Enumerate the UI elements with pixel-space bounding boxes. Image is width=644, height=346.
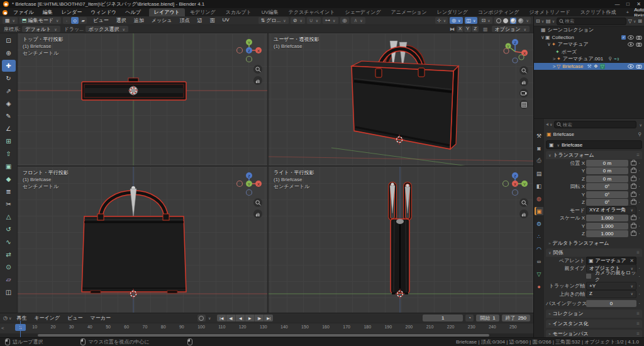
expand-icon[interactable]: ∨ xyxy=(547,42,552,47)
hide-eye-icon[interactable] xyxy=(628,64,634,69)
animate-dot[interactable]: · xyxy=(638,291,641,297)
navigation-gizmo[interactable]: Y X Z xyxy=(235,36,264,65)
viewport-menu-item[interactable]: ビュー xyxy=(89,17,112,24)
tool-button-knife[interactable]: ✂ xyxy=(2,198,16,210)
tool-button-bevel[interactable]: ◆ xyxy=(2,173,16,185)
viewport-options-button[interactable]: ⊡∨ xyxy=(479,17,492,24)
workspace-tab[interactable]: UV編集 xyxy=(257,8,284,16)
outliner-row-collection[interactable]: ∨▣ Collection ✓ xyxy=(534,34,644,42)
location-value-field[interactable]: 0 m xyxy=(586,160,628,167)
maximize-button[interactable]: □ xyxy=(623,1,633,7)
collapsed-panel-header[interactable]: >コレクション≡ xyxy=(546,310,642,318)
vertex-select-button[interactable]: ∙ xyxy=(63,17,70,24)
clear-icon[interactable]: ✕ xyxy=(630,258,634,264)
animate-dot[interactable]: · xyxy=(638,199,641,205)
menu-item[interactable]: レンダー xyxy=(57,9,87,16)
pan-hand-icon[interactable] xyxy=(253,76,262,85)
scale-value-field[interactable]: 1.000 xyxy=(586,223,628,230)
timeline-menu-item[interactable]: キーイング xyxy=(30,315,64,321)
lock-icon[interactable] xyxy=(631,200,636,204)
show-overlays-button[interactable]: ◎∨ xyxy=(450,17,462,24)
outliner-row-armature-001[interactable]: >✦ アーマチュア.001 ⚲ ⌁3 xyxy=(534,55,644,63)
properties-tab-world[interactable]: ◍ xyxy=(535,194,543,203)
viewport-top[interactable]: トップ・平行投影 (1) Briefcase センチメートル Y X Z xyxy=(18,33,267,165)
viewport-menu-item[interactable]: UV xyxy=(218,17,233,24)
mirror-axis-button[interactable]: Z xyxy=(472,26,479,32)
menu-item[interactable]: ヘルプ xyxy=(121,9,145,16)
show-gizmo-button[interactable]: ⊹∨ xyxy=(435,17,448,24)
tool-button-add-cube[interactable]: ⊞ xyxy=(2,135,16,147)
zoom-icon[interactable] xyxy=(519,198,528,207)
tool-button-poly-build[interactable]: △ xyxy=(2,211,16,223)
collection-checkbox[interactable]: ✓ xyxy=(621,35,626,40)
tool-button-cursor[interactable]: ⊕ xyxy=(2,47,16,59)
workspace-tab[interactable]: レイアウト xyxy=(149,8,185,16)
parent-field[interactable]: ▣ アーマチュア ✕ xyxy=(586,257,636,265)
pin-icon[interactable]: ⚲ xyxy=(638,131,641,137)
workspace-tab[interactable]: スクリプト作成 xyxy=(575,8,621,16)
editor-type-button[interactable]: ▦∨ xyxy=(3,17,18,24)
material-shading-button[interactable] xyxy=(510,18,516,24)
properties-tab-output[interactable]: ⎙ xyxy=(535,157,543,165)
playback-button[interactable]: ▶| xyxy=(264,315,273,321)
current-frame-field[interactable]: 1 xyxy=(423,315,463,321)
navigation-gizmo[interactable]: Z Y X xyxy=(501,169,530,198)
zoom-icon[interactable] xyxy=(253,198,262,207)
tool-button-extrude[interactable]: ⇧ xyxy=(2,148,16,160)
menu-item[interactable]: 編集 xyxy=(38,9,57,16)
pan-hand-icon[interactable] xyxy=(253,209,262,218)
timeline-menu-item[interactable]: マーカー xyxy=(87,315,114,321)
mode-selector[interactable]: ⬒編集モード∨ xyxy=(19,17,61,24)
auto-keying-button[interactable] xyxy=(197,315,206,321)
viewport-menu-item[interactable]: 選択 xyxy=(113,17,130,24)
tool-button-rotate[interactable]: ↻ xyxy=(2,72,16,84)
add-workspace-button[interactable]: + xyxy=(621,8,635,16)
minimize-button[interactable]: — xyxy=(612,1,623,7)
options-dropdown[interactable]: オプション∨ xyxy=(492,26,530,32)
camera-visibility-icon[interactable] xyxy=(636,35,642,40)
outliner-row-briefcase[interactable]: > ▽ Briefcase ⚒ ❖ ▽ xyxy=(534,63,644,70)
playback-button[interactable]: ◀ xyxy=(236,315,245,321)
mirror-axis-button[interactable]: X xyxy=(457,26,464,32)
blender-menu-icon[interactable] xyxy=(3,10,8,15)
playback-button[interactable]: |◀ xyxy=(217,315,226,321)
new-collection-icon[interactable]: ⊞ xyxy=(638,18,642,24)
snap-target-selector[interactable]: ⊶∨ xyxy=(323,17,338,24)
tool-button-edge-slide[interactable]: ⇄ xyxy=(2,248,16,260)
hide-eye-icon[interactable] xyxy=(628,42,634,47)
workspace-tab[interactable]: シェーディング xyxy=(340,8,386,16)
animate-dot[interactable]: · xyxy=(638,176,641,182)
workspace-tab[interactable]: テクスチャペイント xyxy=(284,8,340,16)
tool-button-spin[interactable]: ↺ xyxy=(2,223,16,235)
viewport-menu-item[interactable]: 辺 xyxy=(193,17,206,24)
location-value-field[interactable]: 0 m xyxy=(586,176,628,182)
properties-tab-view-layer[interactable]: ▤ xyxy=(535,169,543,177)
proportional-falloff-selector[interactable]: ∧∨ xyxy=(351,17,365,24)
camera-visibility-icon[interactable] xyxy=(636,42,642,47)
animate-dot[interactable]: · xyxy=(638,184,641,189)
face-select-button[interactable]: ▰ xyxy=(79,17,87,24)
lock-icon[interactable] xyxy=(631,216,636,220)
lock-icon[interactable] xyxy=(631,224,636,228)
rotation-mode-dropdown[interactable]: XYZ オイラー角∨ xyxy=(586,206,636,215)
lock-icon[interactable] xyxy=(631,177,636,181)
navigation-gizmo[interactable]: Z X Y xyxy=(235,169,264,198)
workspace-tab[interactable]: ジオメトリノード xyxy=(524,8,575,16)
tool-button-smooth[interactable]: ∿ xyxy=(2,236,16,248)
pan-hand-icon[interactable] xyxy=(519,209,528,218)
tool-button-measure[interactable]: ∠ xyxy=(2,123,16,135)
editor-type-icon[interactable]: ◷∨ xyxy=(3,315,11,321)
tool-button-shrink-fatten[interactable]: ⊙ xyxy=(2,261,16,273)
scale-value-field[interactable]: 1.000 xyxy=(586,215,628,221)
lock-icon[interactable] xyxy=(631,184,636,189)
pass-index-field[interactable]: 0 xyxy=(586,300,636,307)
properties-tab-object[interactable]: ▣ xyxy=(535,207,543,215)
tool-button-loop-cut[interactable]: ≣ xyxy=(2,186,16,198)
tool-button-transform[interactable]: ◈ xyxy=(2,98,16,109)
properties-tab-constraints[interactable]: ∞ xyxy=(535,257,543,265)
rendered-shading-button[interactable] xyxy=(518,18,523,23)
animate-dot[interactable]: · xyxy=(638,192,641,198)
rotation-value-field[interactable]: 0° xyxy=(586,183,628,190)
playback-button[interactable]: ◀| xyxy=(226,315,236,321)
snap-magnet-icon[interactable]: ∪∨ xyxy=(307,17,321,24)
